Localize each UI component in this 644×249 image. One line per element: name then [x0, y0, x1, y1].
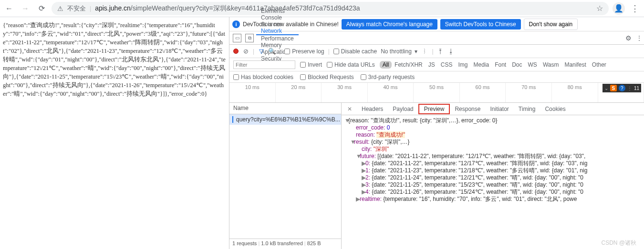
reload-button[interactable]: ⟳ — [35, 2, 48, 15]
filter-type-css[interactable]: CSS — [438, 61, 456, 69]
wifi-icon[interactable]: ⧘ — [422, 48, 428, 55]
detail-tab-payload[interactable]: Payload — [388, 105, 418, 113]
filter-type-all[interactable]: All — [380, 61, 392, 69]
network-summary: 1 requests | 1.0 kB transferred | 825 B — [229, 239, 341, 249]
panel-tab-console[interactable]: Console — [256, 14, 299, 21]
request-detail: ✕ HeadersPayloadPreviewResponseInitiator… — [342, 103, 644, 249]
panel-tab-network[interactable]: Network — [256, 28, 299, 35]
page-body-raw: {"reason":"查询成功!","result":{"city":"深圳",… — [0, 17, 229, 249]
preview-pane[interactable]: ▼{reason: "查询成功!", result: {city: "深圳",…… — [342, 115, 644, 249]
blocked-cookies-checkbox[interactable]: Has blocked cookies — [233, 74, 293, 80]
request-name: query?city=%E6%B7%B1%E5%9C%B... — [236, 116, 340, 123]
timeline-tick: 20 ms — [276, 83, 322, 102]
ime-badge: ⌄ S ? ⋮ 11 — [602, 84, 641, 92]
filter-type-media[interactable]: Media — [470, 61, 492, 69]
filter-type-wasm[interactable]: Wasm — [540, 61, 562, 69]
device-toggle-icon[interactable]: ⧉ — [245, 34, 254, 42]
filter-type-js[interactable]: JS — [426, 61, 438, 69]
blocked-requests-checkbox[interactable]: Blocked Requests — [300, 74, 354, 80]
request-item[interactable]: query?city=%E6%B7%B1%E5%9C%B... — [229, 114, 341, 125]
always-match-button[interactable]: Always match Chrome's language — [342, 19, 437, 30]
help-icon: ? — [619, 85, 625, 91]
file-icon — [232, 116, 233, 123]
filter-type-ws[interactable]: WS — [525, 61, 540, 69]
hide-data-urls-checkbox[interactable]: Hide data URLs — [327, 61, 375, 68]
panel-tab-performance[interactable]: Performance — [256, 35, 299, 42]
close-detail-icon[interactable]: ✕ — [343, 106, 356, 112]
watermark: CSDN @诸秋 — [601, 239, 636, 247]
panel-tab-sources[interactable]: Sources — [256, 21, 299, 28]
thirdparty-checkbox[interactable]: 3rd-party requests — [361, 74, 415, 80]
timeline-tick: 60 ms — [460, 83, 506, 102]
timeline-tick: 70 ms — [506, 83, 552, 102]
network-extra-row: Has blocked cookies Blocked Requests 3rd… — [229, 71, 644, 83]
invert-checkbox[interactable]: Invert — [300, 61, 322, 68]
filter-type-other[interactable]: Other — [589, 61, 609, 69]
omnibox[interactable]: ⚠ 不安全 | apis.juhe.cn/simpleWeather/query… — [52, 2, 609, 15]
insecure-label: 不安全 — [67, 4, 86, 13]
search-icon[interactable]: 🔍 — [269, 48, 275, 55]
inspect-icon[interactable]: ▭ — [233, 34, 241, 42]
detail-tab-headers[interactable]: Headers — [357, 105, 388, 113]
devtools-tabs: ▭ ⧉ ElementsConsoleSourcesNetworkPerform… — [229, 31, 644, 45]
timeline-tick: 80 ms — [552, 83, 598, 102]
timeline-tick: 40 ms — [368, 83, 414, 102]
disable-cache-checkbox[interactable]: Disable cache — [333, 48, 377, 55]
record-icon[interactable] — [233, 49, 239, 54]
timeline-tick: 30 ms — [322, 83, 368, 102]
detail-tab-preview[interactable]: Preview — [418, 104, 450, 114]
filter-type-img[interactable]: Img — [455, 61, 470, 69]
profile-avatar[interactable]: 👤 — [613, 2, 625, 15]
network-timeline[interactable]: 10 ms20 ms30 ms40 ms50 ms60 ms70 ms80 ms… — [229, 83, 644, 103]
warning-icon: ⚠ — [57, 5, 63, 12]
detail-tab-cookies[interactable]: Cookies — [540, 105, 570, 113]
forward-button[interactable]: → — [19, 2, 31, 15]
network-toolbar: ⊘ | ▽ 🔍 | Preserve log | Disable cache N… — [229, 45, 644, 58]
filter-type-manifest[interactable]: Manifest — [561, 61, 589, 69]
preview-array-item[interactable]: ▶1: {date: "2021-11-23", temperature: "1… — [344, 167, 641, 174]
upload-icon[interactable]: ⭱ — [437, 48, 444, 55]
preview-array-item[interactable]: ▶0: {date: "2021-11-22", temperature: "1… — [344, 160, 641, 167]
timeline-tick: 50 ms — [414, 83, 460, 102]
filter-type-doc[interactable]: Doc — [509, 61, 525, 69]
panel-tab-elements[interactable]: Elements — [256, 8, 299, 14]
settings-icon[interactable]: ⚙ — [625, 34, 632, 42]
dont-show-button[interactable]: Don't show again — [524, 19, 578, 30]
filter-type-fetchxhr[interactable]: Fetch/XHR — [392, 61, 426, 69]
timeline-tick: 10 ms — [229, 83, 276, 102]
request-list: Name query?city=%E6%B7%B1%E5%9C%B... 1 r… — [229, 103, 342, 249]
devtools-more-icon[interactable]: ⋮ — [636, 35, 642, 41]
back-button[interactable]: ← — [3, 2, 15, 15]
detail-tab-response[interactable]: Response — [450, 105, 485, 113]
network-filter-row: Invert Hide data URLs AllFetch/XHRJSCSSI… — [229, 58, 644, 71]
browser-menu-icon[interactable]: ⋮ — [629, 2, 641, 15]
devtools-panel: i DevTools is now available in Chinese! … — [229, 17, 644, 249]
sogou-icon: S — [610, 85, 617, 91]
download-icon[interactable]: ⭳ — [448, 48, 455, 55]
detail-tab-timing[interactable]: Timing — [514, 105, 540, 113]
switch-chinese-button[interactable]: Switch DevTools to Chinese — [440, 19, 521, 30]
detail-tabs: ✕ HeadersPayloadPreviewResponseInitiator… — [342, 103, 644, 115]
clear-icon[interactable]: ⊘ — [242, 48, 249, 55]
preserve-log-checkbox[interactable]: Preserve log — [284, 48, 324, 55]
throttling-select[interactable]: No throttling ▾ — [381, 48, 417, 55]
preview-array-item[interactable]: ▶2: {date: "2021-11-24", temperature: "1… — [344, 174, 641, 181]
filter-icon[interactable]: ▽ — [258, 48, 265, 55]
browser-toolbar: ← → ⟳ ⚠ 不安全 | apis.juhe.cn/simpleWeather… — [0, 0, 644, 17]
info-icon: i — [232, 20, 240, 28]
url-text: apis.juhe.cn/simpleWeather/query?city=深圳… — [95, 4, 592, 13]
filter-input[interactable] — [233, 60, 295, 69]
filter-type-font[interactable]: Font — [492, 61, 509, 69]
preview-array-item[interactable]: ▶3: {date: "2021-11-25", temperature: "1… — [344, 181, 641, 189]
detail-tab-initiator[interactable]: Initiator — [485, 105, 513, 113]
preview-array-item[interactable]: ▶4: {date: "2021-11-26", temperature: "1… — [344, 189, 641, 196]
name-column-header[interactable]: Name — [229, 103, 341, 114]
bookmark-icon[interactable]: ☆ — [596, 4, 603, 13]
